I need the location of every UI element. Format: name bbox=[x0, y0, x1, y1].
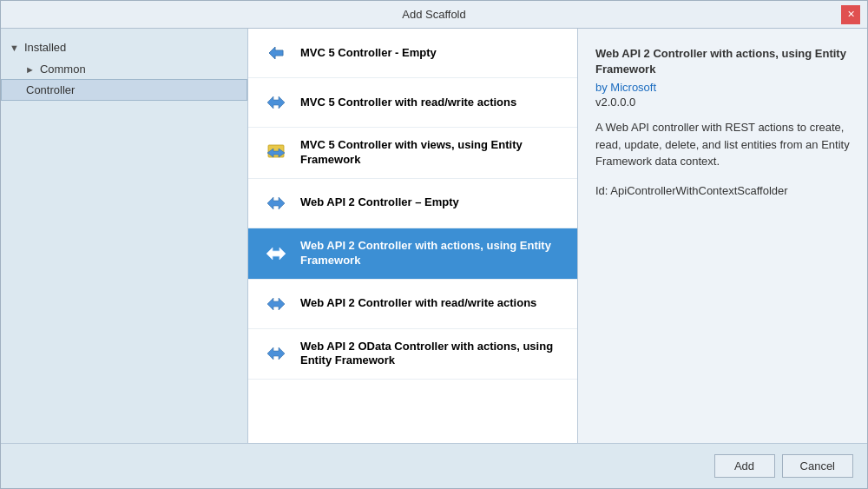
add-button[interactable]: Add bbox=[714, 454, 775, 478]
list-item-webapi2-readwrite[interactable]: Web API 2 Controller with read/write act… bbox=[248, 280, 577, 329]
mvc5-views-ef-icon bbox=[262, 139, 290, 167]
title-bar: Add Scaffold ✕ bbox=[1, 1, 867, 29]
sidebar-common-label: Common bbox=[40, 63, 86, 76]
sidebar-item-controller[interactable]: Controller bbox=[1, 79, 247, 101]
mvc5-readwrite-icon bbox=[262, 89, 290, 116]
webapi2-actions-ef-icon bbox=[262, 240, 290, 268]
mvc5-empty-label: MVC 5 Controller - Empty bbox=[300, 46, 437, 61]
mvc5-views-ef-label: MVC 5 Controller with views, using Entit… bbox=[300, 138, 563, 168]
sidebar: ▼ Installed ►Common Controller bbox=[1, 29, 248, 443]
sidebar-installed-label: Installed bbox=[24, 41, 66, 54]
sidebar-installed-header[interactable]: ▼ Installed bbox=[1, 36, 247, 59]
list-item-mvc5-readwrite[interactable]: MVC 5 Controller with read/write actions bbox=[248, 78, 577, 128]
webapi2-empty-label: Web API 2 Controller – Empty bbox=[300, 195, 459, 210]
list-item-webapi2-empty[interactable]: Web API 2 Controller – Empty bbox=[248, 179, 577, 228]
sidebar-controller-label: Controller bbox=[26, 83, 75, 96]
cancel-button[interactable]: Cancel bbox=[782, 454, 853, 478]
add-scaffold-dialog: Add Scaffold ✕ ▼ Installed ►Common Contr… bbox=[0, 0, 868, 489]
common-expand-arrow: ► bbox=[25, 64, 35, 75]
webapi2-empty-icon bbox=[262, 189, 290, 217]
dialog-title: Add Scaffold bbox=[27, 8, 841, 21]
webapi2-odata-ef-icon bbox=[262, 340, 290, 367]
dialog-content: ▼ Installed ►Common Controller MVC 5 Con… bbox=[1, 29, 867, 443]
detail-id: Id: ApiControllerWithContextScaffolder bbox=[595, 184, 850, 197]
detail-by: by Microsoft bbox=[595, 81, 850, 94]
webapi2-readwrite-label: Web API 2 Controller with read/write act… bbox=[300, 296, 536, 311]
webapi2-actions-ef-label: Web API 2 Controller with actions, using… bbox=[300, 239, 563, 268]
mvc5-readwrite-label: MVC 5 Controller with read/write actions bbox=[300, 96, 516, 110]
mvc5-empty-icon bbox=[262, 39, 290, 67]
list-item-mvc5-empty[interactable]: MVC 5 Controller - Empty bbox=[248, 29, 577, 78]
close-button[interactable]: ✕ bbox=[841, 5, 860, 24]
list-item-mvc5-views-ef[interactable]: MVC 5 Controller with views, using Entit… bbox=[248, 128, 577, 179]
detail-description: A Web API controller with REST actions t… bbox=[595, 119, 850, 170]
list-item-webapi2-actions-ef[interactable]: Web API 2 Controller with actions, using… bbox=[248, 228, 577, 280]
detail-version: v2.0.0.0 bbox=[595, 96, 850, 109]
sidebar-item-common[interactable]: ►Common bbox=[1, 59, 247, 79]
detail-title: Web API 2 Controller with actions, using… bbox=[595, 46, 850, 77]
scaffold-list: MVC 5 Controller - Empty MVC 5 Controlle… bbox=[248, 29, 578, 443]
list-item-webapi2-odata-ef[interactable]: Web API 2 OData Controller with actions,… bbox=[248, 329, 577, 380]
detail-panel: Web API 2 Controller with actions, using… bbox=[578, 29, 867, 443]
webapi2-readwrite-icon bbox=[262, 290, 290, 318]
installed-collapse-arrow: ▼ bbox=[10, 43, 19, 53]
dialog-footer: Add Cancel bbox=[1, 443, 867, 488]
webapi2-odata-ef-label: Web API 2 OData Controller with actions,… bbox=[300, 340, 563, 369]
